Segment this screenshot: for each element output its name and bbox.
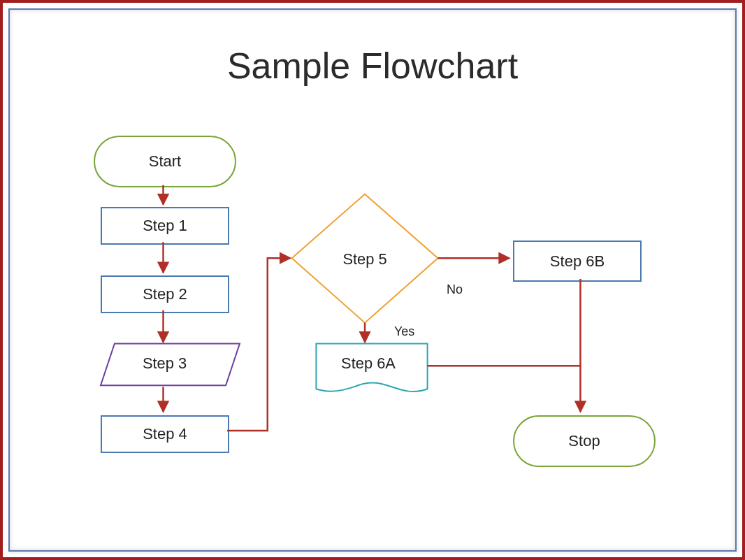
branch-no-label: No <box>447 282 463 297</box>
node-step4-label: Step 4 <box>143 425 187 443</box>
svg-marker-0 <box>101 344 240 386</box>
node-step1: Step 1 <box>101 207 229 245</box>
node-step3: Step 3 <box>101 344 240 386</box>
diagram-title: Sample Flowchart <box>10 45 735 87</box>
node-step2-label: Step 2 <box>143 285 187 303</box>
node-step4: Step 4 <box>101 415 229 453</box>
node-step5-label: Step 5 <box>342 250 386 268</box>
edge-step4-step5 <box>227 258 291 431</box>
node-stop-label: Stop <box>568 432 600 450</box>
node-step6b: Step 6B <box>513 240 642 282</box>
node-step6b-label: Step 6B <box>550 252 605 271</box>
node-step6a-label: Step 6A <box>341 354 396 372</box>
node-start-label: Start <box>149 152 181 171</box>
outer-frame: Sample Flowchart Start Step 1 Step 2 Ste… <box>0 0 745 560</box>
node-step6a: Step 6A <box>316 344 427 392</box>
node-step3-label: Step 3 <box>143 354 187 372</box>
node-step5: Step 5 <box>292 194 438 323</box>
inner-frame: Sample Flowchart Start Step 1 Step 2 Ste… <box>8 8 737 552</box>
node-start: Start <box>94 136 236 187</box>
node-step2: Step 2 <box>101 275 229 313</box>
branch-yes-label: Yes <box>394 324 414 339</box>
svg-marker-1 <box>292 194 438 323</box>
node-step1-label: Step 1 <box>143 217 187 235</box>
node-stop: Stop <box>513 415 656 467</box>
